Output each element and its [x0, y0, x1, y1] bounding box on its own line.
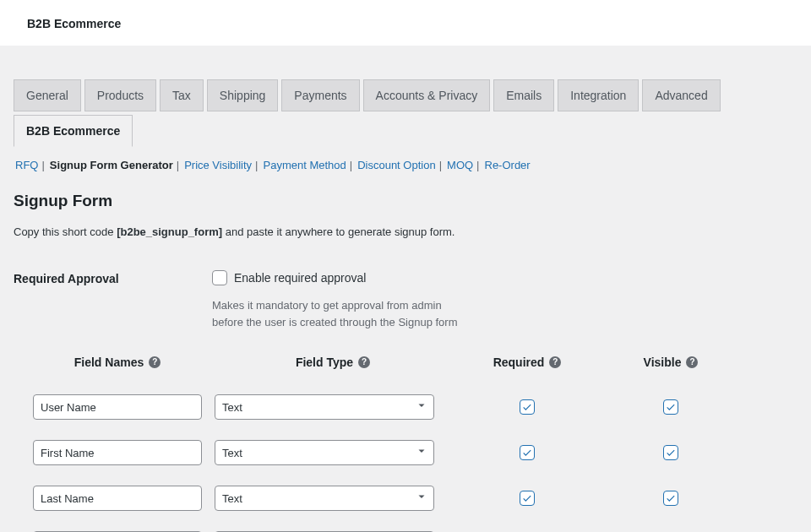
section-heading: Signup Form: [14, 192, 797, 210]
tab-integration[interactable]: Integration: [558, 79, 639, 111]
enable-required-approval-label: Enable required approval: [234, 271, 366, 285]
page-title: B2B Ecommerce: [27, 17, 121, 30]
fields-table-head: Field Names? Field Type? Required? Visib…: [14, 356, 797, 384]
help-icon[interactable]: ?: [686, 356, 698, 368]
table-row: Text: [14, 384, 797, 430]
col-header-name: Field Names: [74, 356, 144, 369]
separator: |: [476, 159, 479, 171]
required-approval-row: Required Approval Enable required approv…: [14, 260, 797, 330]
tab-emails[interactable]: Emails: [493, 79, 554, 111]
tab-general[interactable]: General: [14, 79, 81, 111]
shortcode-suffix: and paste it anywhere to generate signup…: [222, 225, 454, 238]
tab-shipping[interactable]: Shipping: [207, 79, 279, 111]
subnav-re-order[interactable]: Re-Order: [485, 159, 531, 171]
shortcode-value: [b2be_signup_form]: [117, 225, 222, 238]
help-icon[interactable]: ?: [549, 356, 561, 368]
shortcode-prefix: Copy this short code: [14, 225, 117, 238]
required-approval-label: Required Approval: [14, 260, 212, 285]
table-row: Email: [14, 521, 797, 532]
visible-checkbox[interactable]: [663, 491, 678, 506]
separator: |: [439, 159, 442, 171]
col-header-type: Field Type: [296, 356, 353, 369]
required-approval-help: Makes it mandatory to get approval from …: [212, 297, 465, 330]
shortcode-instruction: Copy this short code [b2be_signup_form] …: [14, 225, 797, 238]
table-row: Text: [14, 430, 797, 475]
separator: |: [41, 159, 44, 171]
subnav-signup-form-generator: Signup Form Generator: [50, 159, 173, 171]
table-row: Text: [14, 475, 797, 521]
subnav-moq[interactable]: MOQ: [447, 159, 473, 171]
required-checkbox[interactable]: [520, 399, 535, 415]
subnav-discount-option[interactable]: Discount Option: [357, 159, 436, 171]
top-bar: B2B Ecommerce: [0, 0, 811, 46]
tab-advanced[interactable]: Advanced: [642, 79, 720, 111]
field-type-select[interactable]: Text: [215, 486, 434, 511]
subnav-rfq[interactable]: RFQ: [15, 159, 38, 171]
separator: |: [177, 159, 179, 171]
separator: |: [255, 159, 258, 171]
enable-required-approval-checkbox[interactable]: [212, 270, 227, 285]
col-header-required: Required: [493, 356, 545, 369]
tab-payments[interactable]: Payments: [281, 79, 359, 111]
visible-checkbox[interactable]: [663, 399, 678, 415]
tab-products[interactable]: Products: [84, 79, 156, 111]
field-type-select[interactable]: Text: [215, 440, 434, 465]
visible-checkbox[interactable]: [663, 445, 678, 460]
col-header-visible: Visible: [644, 356, 682, 369]
field-name-input[interactable]: [33, 440, 202, 465]
required-checkbox[interactable]: [520, 445, 535, 460]
separator: |: [350, 159, 352, 171]
help-icon[interactable]: ?: [149, 356, 161, 368]
subnav-price-visibility[interactable]: Price Visibility: [184, 159, 252, 171]
secondary-nav: RFQ |Signup Form Generator |Price Visibi…: [14, 147, 797, 176]
field-name-input[interactable]: [33, 394, 202, 420]
required-checkbox[interactable]: [520, 491, 535, 506]
field-type-select[interactable]: Text: [215, 394, 434, 420]
help-icon[interactable]: ?: [358, 356, 370, 368]
fields-table: Field Names? Field Type? Required? Visib…: [14, 356, 797, 532]
primary-tabs: GeneralProductsTaxShippingPaymentsAccoun…: [14, 46, 797, 147]
subnav-payment-method[interactable]: Payment Method: [263, 159, 346, 171]
field-name-input[interactable]: [33, 486, 202, 511]
tab-tax[interactable]: Tax: [160, 79, 204, 111]
tab-accounts-privacy[interactable]: Accounts & Privacy: [363, 79, 491, 111]
tab-b2b-ecommerce[interactable]: B2B Ecommerce: [14, 115, 133, 147]
